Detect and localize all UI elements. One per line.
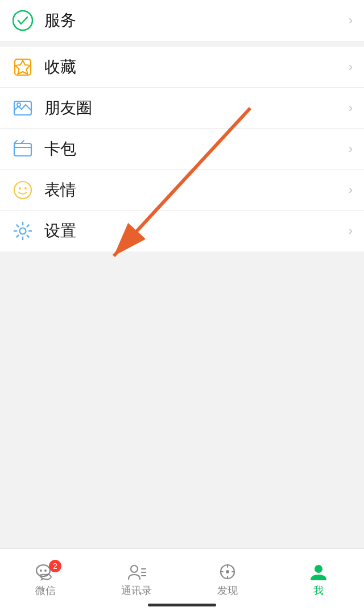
svg-point-22 [226,570,229,573]
svg-point-8 [14,181,31,199]
svg-point-9 [19,187,21,189]
svg-point-0 [13,11,32,30]
settings-label: 设置 [44,220,349,242]
svg-point-4 [17,103,20,106]
menu-section-service: 服务 › [0,0,364,41]
stickers-icon [11,179,34,201]
wechat-badge: 2 [49,560,61,572]
discover-tab-label: 发现 [217,584,238,597]
settings-arrow: › [349,224,353,238]
svg-rect-5 [14,143,31,156]
discover-tab-icon [217,563,238,581]
svg-point-10 [24,187,27,189]
service-icon [11,9,34,32]
menu-section-others: 收藏 › 朋友圈 › [0,47,364,251]
contacts-tab-icon [126,563,147,581]
svg-point-15 [40,569,42,572]
service-label: 服务 [44,10,349,31]
wallet-icon [11,138,34,160]
svg-point-16 [44,569,47,572]
menu-item-stickers[interactable]: 表情 › [0,170,364,210]
moments-icon [11,97,34,119]
wallet-arrow: › [349,142,353,156]
home-indicator [148,604,216,606]
svg-point-11 [20,228,26,234]
tab-bar: 2 微信 通讯录 发现 [0,548,364,611]
tab-me[interactable]: 我 [273,549,364,611]
wechat-tab-label: 微信 [35,584,56,597]
favorites-arrow: › [349,60,353,75]
wallet-label: 卡包 [44,138,349,160]
service-arrow: › [349,13,353,28]
wechat-tab-icon: 2 [35,563,56,581]
favorites-icon [11,56,34,79]
menu-item-moments[interactable]: 朋友圈 › [0,88,364,129]
svg-marker-2 [15,60,30,74]
menu-item-wallet[interactable]: 卡包 › [0,129,364,170]
tab-contacts[interactable]: 通讯录 [91,549,182,611]
tab-discover[interactable]: 发现 [182,549,273,611]
contacts-tab-label: 通讯录 [121,584,152,597]
menu-item-settings[interactable]: 设置 › [0,210,364,251]
moments-arrow: › [349,101,353,115]
svg-point-27 [315,565,322,573]
me-tab-label: 我 [313,584,324,597]
stickers-label: 表情 [44,179,349,201]
menu-item-favorites[interactable]: 收藏 › [0,47,364,88]
favorites-label: 收藏 [44,56,349,78]
settings-icon [11,220,34,242]
svg-point-17 [131,565,138,572]
me-tab-icon [308,563,329,581]
moments-label: 朋友圈 [44,97,349,119]
tab-wechat[interactable]: 2 微信 [0,549,91,611]
menu-item-service[interactable]: 服务 › [0,0,364,41]
stickers-arrow: › [349,183,353,197]
